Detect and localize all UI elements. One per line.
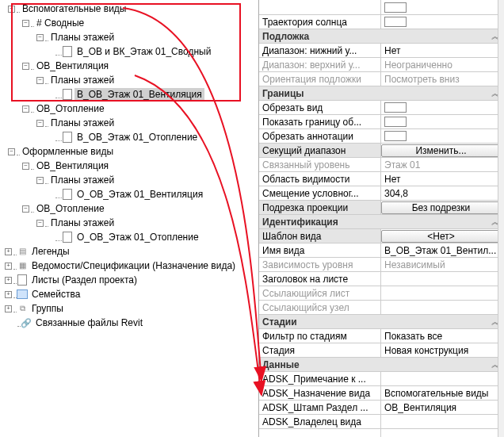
collapse-icon[interactable]: − [36,120,44,127]
prop-group-extents[interactable]: Границы︽ [259,86,504,100]
prop-value[interactable]: Новая конструкция [381,343,504,358]
prop-row[interactable]: ADSK_Примечание к ... [259,371,504,385]
tree-node-ov-vent2[interactable]: −ОВ_Вентиляция [3,159,255,173]
tree-label: Семейства [29,288,82,301]
template-button[interactable]: <Нет> [381,230,501,243]
prop-key: Секущий диапазон [259,144,381,158]
checkbox[interactable] [384,131,407,141]
prop-row: Ссылающийся лист [259,286,504,300]
prop-row-blank [259,0,504,14]
tree-label: ОВ_Отопление [34,202,107,215]
prop-value[interactable] [381,372,504,386]
prop-row[interactable]: ADSK_Штамп Раздел ...ОВ_Вентиляция [259,400,504,414]
checkbox[interactable] [384,2,407,13]
prop-key: Диапазон: верхний у... [259,58,381,72]
prop-key: Заголовок на листе [259,272,381,286]
group-title: Идентификация [259,215,504,229]
edit-button[interactable]: Без подрезки [381,201,501,214]
prop-row: Показать границу об... [259,114,504,128]
prop-key: ADSK_Штамп Раздел ... [259,401,381,415]
prop-row-sun: Траектория солнца [259,14,504,29]
prop-value[interactable]: ОВ_Вентиляция [381,401,504,415]
tree-label: ОВ_Вентиляция [34,159,111,172]
prop-group-data[interactable]: Данные︽ [259,357,504,371]
tree-node-links[interactable]: Связанные файлы Revit [3,316,255,330]
prop-key: Стадия [259,343,381,358]
tree-node-ov-heat[interactable]: −ОВ_Отопление [3,102,255,116]
prop-row[interactable]: Заголовок на листе [259,271,504,286]
checkbox[interactable] [384,117,407,127]
prop-group-identity[interactable]: Идентификация︽ [259,214,504,228]
tree-label: Листы (Раздел проекта) [29,274,139,286]
sheet-icon [17,275,28,285]
prop-row[interactable]: Диапазон: нижний у...Нет [259,43,504,57]
prop-key: Смещение условног... [259,186,381,201]
tree-label: Планы этажей [48,117,116,129]
tree-leaf-heat[interactable]: В_ОВ_Этаж 01_Отопление [3,130,255,144]
collapse-icon[interactable]: − [22,163,29,170]
prop-key: Связанный уровень [259,158,381,172]
tree-leaf-o-ov-vent[interactable]: О_ОВ_Этаж 01_Вентиляция [3,187,255,201]
prop-value[interactable]: Нет [381,172,504,186]
plan-icon [62,190,73,199]
prop-row[interactable]: Фильтр по стадиямПоказать все [259,328,504,343]
prop-value[interactable]: Вспомогательные виды [381,386,504,401]
prop-row[interactable]: ADSK_Назначение видаВспомогательные виды [259,385,504,400]
tree-node-groups[interactable]: +Группы [3,301,255,316]
prop-value: Неограниченно [381,58,504,72]
tree-node-ov-heat2[interactable]: −ОВ_Отопление [3,201,255,216]
collapse-icon[interactable]: − [22,105,29,113]
prop-key: Имя вида [259,243,381,258]
tree-node-schedules[interactable]: +Ведомости/Спецификации (Назначение вида… [3,259,255,273]
tree-node-floorplans[interactable]: −Планы этажей [3,173,255,187]
tree-node-floorplans[interactable]: −Планы этажей [3,216,255,230]
prop-row[interactable]: ADSK_Владелец вида [259,414,504,428]
tree-node-sheets[interactable]: +Листы (Раздел проекта) [3,273,255,287]
prop-value[interactable] [381,415,504,429]
prop-value[interactable]: Нет [381,44,504,58]
prop-row: Ориентация подложкиПосмотреть вниз [259,71,504,86]
prop-row[interactable]: Смещение условног...304,8 [259,186,504,200]
tree-label: О_ОВ_Этаж 01_Вентиляция [74,188,205,201]
prop-key: ADSK_Примечание к ... [259,372,381,386]
expand-icon[interactable]: + [5,263,12,270]
group-title: Подложка [259,29,504,44]
prop-group-underlay[interactable]: Подложка︽ [259,29,504,43]
prop-key: Фильтр по стадиям [259,329,381,343]
tree-node-designed-views[interactable]: −Оформленные виды [3,144,255,159]
collapse-icon[interactable]: − [36,220,44,227]
tree-node-floorplans[interactable]: −Планы этажей [3,116,255,130]
edit-button[interactable]: Изменить... [381,144,501,157]
collapse-icon[interactable]: − [22,205,29,213]
prop-key: ADSK_Назначение вида [259,386,381,401]
group-icon [17,304,28,313]
prop-value [381,286,504,301]
tree-node-legends[interactable]: +Легенды [3,244,255,259]
expand-icon[interactable]: + [5,291,12,298]
expand-icon[interactable]: + [5,277,12,284]
expand-icon[interactable]: + [5,305,12,312]
prop-value[interactable]: Показать все [381,329,504,343]
prop-group-phasing[interactable]: Стадии︽ [259,314,504,328]
prop-value[interactable] [381,272,504,286]
prop-row: Секущий диапазонИзменить... [259,143,504,157]
tree-label: Группы [29,302,66,315]
tree-node-families[interactable]: +Семейства [3,287,255,301]
prop-row[interactable]: СтадияНовая конструкция [259,343,504,357]
prop-value[interactable]: В_ОВ_Этаж 01_Вентил... [381,243,504,258]
collapse-icon[interactable]: − [8,148,15,155]
prop-row: Диапазон: верхний у...Неограниченно [259,57,504,71]
checkbox[interactable] [384,102,407,113]
prop-row[interactable]: Область видимостиНет [259,171,504,186]
prop-row[interactable]: Имя видаВ_ОВ_Этаж 01_Вентил... [259,243,504,257]
scrollbar[interactable] [498,0,504,437]
checkbox[interactable] [384,17,407,27]
collapse-icon[interactable]: − [36,177,44,184]
prop-key: Шаблон вида [259,229,381,243]
tree-leaf-o-ov-heat[interactable]: О_ОВ_Этаж 01_Отопление [3,230,255,244]
prop-key: Ссылающийся лист [259,286,381,301]
expand-icon[interactable]: + [5,248,12,255]
schedule-icon [17,261,28,270]
tree-label: О_ОВ_Этаж 01_Отопление [74,231,201,243]
prop-value[interactable]: 304,8 [381,186,504,201]
